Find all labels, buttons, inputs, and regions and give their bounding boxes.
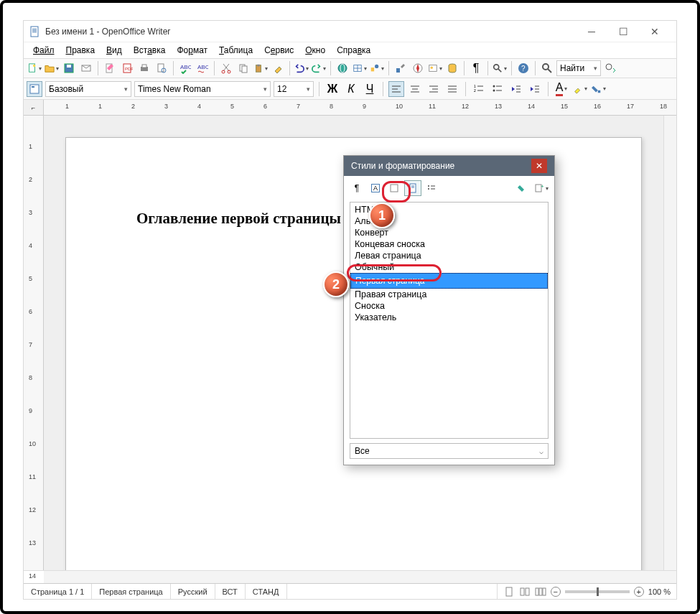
underline-button[interactable]: Ч <box>362 81 378 97</box>
find-next-button[interactable] <box>602 60 618 76</box>
menu-tools[interactable]: Сервис <box>259 44 299 57</box>
fill-format-button[interactable] <box>514 180 531 196</box>
font-size-select[interactable]: 12▾ <box>274 81 314 97</box>
zoom-in-button[interactable]: + <box>634 587 644 597</box>
increase-indent-button[interactable] <box>527 81 543 97</box>
svg-text:PDF: PDF <box>125 67 133 71</box>
style-item[interactable]: Сноска <box>350 300 548 312</box>
svg-rect-77 <box>543 588 546 595</box>
view-multi-icon[interactable] <box>535 586 546 597</box>
menu-edit[interactable]: Правка <box>61 44 101 57</box>
svg-point-5 <box>33 65 36 68</box>
italic-button[interactable]: К <box>343 81 359 97</box>
view-single-icon[interactable] <box>503 586 515 597</box>
copy-button[interactable] <box>235 60 251 76</box>
data-sources-button[interactable] <box>444 60 460 76</box>
svg-line-41 <box>548 69 551 73</box>
align-right-button[interactable] <box>426 81 442 97</box>
menu-insert[interactable]: Вставка <box>129 44 171 57</box>
style-item[interactable]: Концевая сноска <box>350 238 548 250</box>
align-justify-button[interactable] <box>444 81 460 97</box>
format-paintbrush-button[interactable] <box>270 60 286 76</box>
zoom-button[interactable] <box>492 60 508 76</box>
find-input[interactable]: Найти▾ <box>556 60 601 76</box>
view-book-icon[interactable] <box>519 586 531 597</box>
nonprinting-chars-button[interactable]: ¶ <box>468 60 484 76</box>
cut-button[interactable] <box>218 60 234 76</box>
menu-file[interactable]: Файл <box>28 44 60 57</box>
svg-point-83 <box>428 188 429 190</box>
zoom-percent[interactable]: 100 % <box>648 587 671 596</box>
redo-button[interactable] <box>311 60 327 76</box>
open-button[interactable] <box>44 60 60 76</box>
new-doc-button[interactable] <box>27 60 42 76</box>
find-replace-button[interactable] <box>393 60 409 76</box>
menu-format[interactable]: Формат <box>172 44 213 57</box>
style-item[interactable]: Указатель <box>350 312 548 323</box>
vertical-scrollbar[interactable] <box>663 116 676 570</box>
bg-color-button[interactable] <box>591 81 607 97</box>
styles-list[interactable]: HTMLАльбомнКонвертКонцевая сноскаЛевая с… <box>350 202 549 439</box>
style-item[interactable]: Правая страница <box>350 289 548 300</box>
ruler-vertical[interactable]: 1234567891011121314 <box>24 116 44 570</box>
font-color-button[interactable]: A <box>554 81 569 97</box>
svg-rect-71 <box>598 90 601 93</box>
svg-rect-21 <box>242 66 247 73</box>
print-button[interactable] <box>136 60 152 76</box>
svg-rect-76 <box>539 588 542 595</box>
spellcheck-button[interactable]: ABC <box>177 60 193 76</box>
font-name-select[interactable]: Times New Roman▾ <box>134 81 271 97</box>
find-toolbar-icon[interactable] <box>539 60 555 76</box>
styles-window-button[interactable] <box>27 81 42 97</box>
navigator-button[interactable] <box>410 60 426 76</box>
numbered-list-button[interactable]: 12 <box>471 81 487 97</box>
dialog-toolbar: ¶ A + <box>344 176 554 200</box>
close-button[interactable]: ✕ <box>639 22 671 42</box>
print-preview-button[interactable] <box>154 60 169 76</box>
styles-filter-select[interactable]: Все⌵ <box>350 443 549 459</box>
zoom-slider[interactable] <box>565 590 630 593</box>
minimize-button[interactable]: ─ <box>576 22 607 42</box>
style-item[interactable]: Конверт <box>350 227 548 238</box>
paste-button[interactable] <box>253 60 269 76</box>
paragraph-style-select[interactable]: Базовый▾ <box>45 81 131 97</box>
status-std[interactable]: СТАНД <box>246 584 287 599</box>
highlight-button[interactable] <box>572 81 588 97</box>
table-button[interactable] <box>352 60 368 76</box>
align-center-button[interactable] <box>407 81 423 97</box>
status-insert[interactable]: ВСТ <box>215 584 246 599</box>
menu-window[interactable]: Окно <box>300 44 330 57</box>
svg-point-36 <box>494 65 499 70</box>
horizontal-scrollbar[interactable] <box>44 571 663 583</box>
status-style[interactable]: Первая страница <box>92 584 170 599</box>
new-style-button[interactable]: + <box>533 180 550 196</box>
edit-doc-button[interactable] <box>102 60 118 76</box>
undo-button[interactable] <box>294 60 309 76</box>
maximize-button[interactable]: ☐ <box>607 22 639 42</box>
autospell-button[interactable]: ABC <box>195 60 210 76</box>
ruler-horizontal[interactable]: ⌐ 1123456789101112131415161718 <box>24 100 676 116</box>
paragraph-styles-button[interactable]: ¶ <box>348 180 365 196</box>
decrease-indent-button[interactable] <box>508 81 524 97</box>
menu-view[interactable]: Вид <box>101 44 127 57</box>
titlebar: Без имени 1 - OpenOffice Writer ─ ☐ ✕ <box>24 21 676 42</box>
svg-text:ABC: ABC <box>197 64 208 70</box>
align-left-button[interactable] <box>388 81 404 97</box>
dialog-close-button[interactable]: ✕ <box>531 159 547 173</box>
dialog-titlebar[interactable]: Стили и форматирование ✕ <box>344 156 554 176</box>
bold-button[interactable]: Ж <box>325 81 340 97</box>
drawing-button[interactable] <box>369 60 385 76</box>
help-button[interactable]: ? <box>515 60 531 76</box>
zoom-out-button[interactable]: − <box>551 587 561 597</box>
save-button[interactable] <box>61 60 77 76</box>
style-item[interactable]: Левая страница <box>350 250 548 261</box>
menu-table[interactable]: Таблица <box>214 44 258 57</box>
menu-help[interactable]: Справка <box>332 44 375 57</box>
email-button[interactable] <box>78 60 94 76</box>
list-styles-button[interactable] <box>423 180 440 196</box>
export-pdf-button[interactable]: PDF <box>119 60 135 76</box>
gallery-button[interactable] <box>427 60 443 76</box>
bullet-list-button[interactable] <box>490 81 505 97</box>
status-lang[interactable]: Русский <box>171 584 215 599</box>
hyperlink-button[interactable] <box>335 60 350 76</box>
